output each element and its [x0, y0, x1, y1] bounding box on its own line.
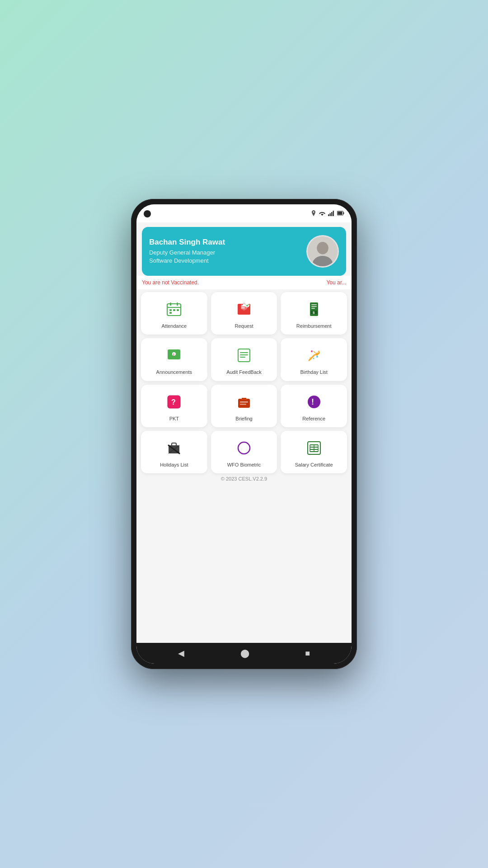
grid-item-reimbursement[interactable]: $ Reimbursement [281, 292, 347, 335]
grid-item-attendance[interactable]: Attendance [141, 292, 207, 335]
grid-item-briefing[interactable]: Briefing [211, 385, 277, 427]
footer: © 2023 CESL.V2.2.9 [141, 473, 347, 484]
wfo-biometric-icon [234, 438, 254, 458]
audit-feedback-icon [234, 345, 254, 365]
holidays-list-label: Holidays List [160, 462, 188, 468]
app-grid: Attendance [141, 292, 347, 473]
briefing-label: Briefing [235, 415, 252, 422]
svg-rect-5 [343, 212, 344, 214]
svg-point-8 [317, 242, 328, 255]
vaccination-warning-right: You ar... [326, 279, 346, 286]
attendance-icon [164, 299, 184, 319]
svg-rect-27 [311, 308, 315, 309]
request-label: Request [235, 323, 253, 329]
birthday-list-icon [304, 345, 324, 365]
user-title: Deputy General Manager Software Developm… [149, 249, 225, 265]
pkt-icon: ? [164, 392, 184, 412]
grid-item-request[interactable]: Request [211, 292, 277, 335]
home-button[interactable]: ⬤ [240, 648, 249, 658]
svg-rect-12 [177, 302, 178, 306]
svg-rect-3 [333, 211, 334, 216]
recent-button[interactable]: ■ [305, 649, 310, 658]
svg-text:!: ! [173, 353, 174, 357]
svg-text:$: $ [313, 311, 315, 315]
grid-item-holidays-list[interactable]: Holidays List [141, 431, 207, 473]
svg-point-47 [308, 396, 320, 408]
svg-text:?: ? [171, 398, 176, 406]
grid-item-reference[interactable]: ! Reference [281, 385, 347, 427]
battery-icon [337, 211, 344, 217]
grid-container[interactable]: Attendance [136, 289, 352, 643]
vaccination-warning-left: You are not Vaccinated. [142, 279, 199, 286]
request-icon [234, 299, 254, 319]
status-bar [136, 204, 352, 222]
grid-item-pkt[interactable]: ? PKT [141, 385, 207, 427]
holidays-list-icon [164, 438, 184, 458]
announcements-label: Announcements [156, 369, 192, 375]
svg-point-52 [238, 442, 250, 454]
pkt-label: PKT [169, 415, 179, 422]
attendance-label: Attendance [162, 323, 187, 329]
grid-item-announcements[interactable]: ! Announcements [141, 338, 207, 381]
wifi-icon [319, 211, 325, 217]
svg-rect-17 [169, 312, 172, 314]
svg-point-37 [317, 351, 319, 353]
svg-point-39 [316, 356, 318, 358]
phone-device: Bachan Singh Rawat Deputy General Manage… [131, 199, 357, 669]
reimbursement-icon: $ [304, 299, 324, 319]
audit-feedback-label: Audit FeedBack [226, 369, 262, 375]
vaccination-bar: You are not Vaccinated. You ar... [136, 276, 352, 289]
svg-rect-46 [240, 404, 246, 405]
svg-point-38 [311, 350, 313, 352]
svg-rect-2 [331, 212, 333, 216]
version-label: © 2023 CESL.V2.2.9 [221, 476, 267, 481]
svg-rect-45 [240, 401, 248, 403]
signal-icon [328, 211, 334, 217]
briefing-icon [234, 392, 254, 412]
birthday-list-label: Birthday List [300, 369, 328, 375]
back-button[interactable]: ◀ [178, 648, 184, 658]
salary-certificate-icon [304, 438, 324, 458]
svg-rect-26 [311, 306, 317, 307]
reference-label: Reference [302, 415, 325, 422]
grid-item-wfo-biometric[interactable]: WFO Biometric [211, 431, 277, 473]
svg-rect-11 [170, 302, 171, 306]
grid-item-birthday-list[interactable]: Birthday List [281, 338, 347, 381]
reference-icon: ! [304, 392, 324, 412]
svg-rect-6 [338, 212, 343, 215]
svg-rect-0 [328, 214, 329, 216]
announcements-icon: ! [164, 345, 184, 365]
svg-point-40 [313, 358, 314, 359]
header-text: Bachan Singh Rawat Deputy General Manage… [149, 238, 225, 265]
avatar [306, 235, 339, 268]
svg-rect-44 [238, 399, 250, 408]
grid-item-salary-certificate[interactable]: Salary Certificate [281, 431, 347, 473]
svg-rect-15 [173, 309, 175, 311]
user-name: Bachan Singh Rawat [149, 238, 225, 247]
svg-rect-1 [330, 213, 331, 216]
phone-screen: Bachan Singh Rawat Deputy General Manage… [136, 204, 352, 664]
svg-rect-25 [311, 304, 317, 305]
camera-dot [144, 210, 151, 217]
svg-rect-22 [241, 307, 245, 308]
svg-text:!: ! [311, 397, 314, 406]
location-icon [311, 210, 316, 218]
wfo-biometric-label: WFO Biometric [227, 462, 261, 468]
reimbursement-label: Reimbursement [296, 323, 332, 329]
salary-certificate-label: Salary Certificate [295, 462, 333, 468]
svg-rect-16 [177, 309, 179, 311]
svg-point-23 [245, 303, 249, 307]
grid-item-audit-feedback[interactable]: Audit FeedBack [211, 338, 277, 381]
header-card: Bachan Singh Rawat Deputy General Manage… [142, 227, 346, 276]
status-icons [311, 210, 344, 218]
svg-rect-14 [169, 309, 172, 311]
bottom-nav: ◀ ⬤ ■ [136, 643, 352, 664]
